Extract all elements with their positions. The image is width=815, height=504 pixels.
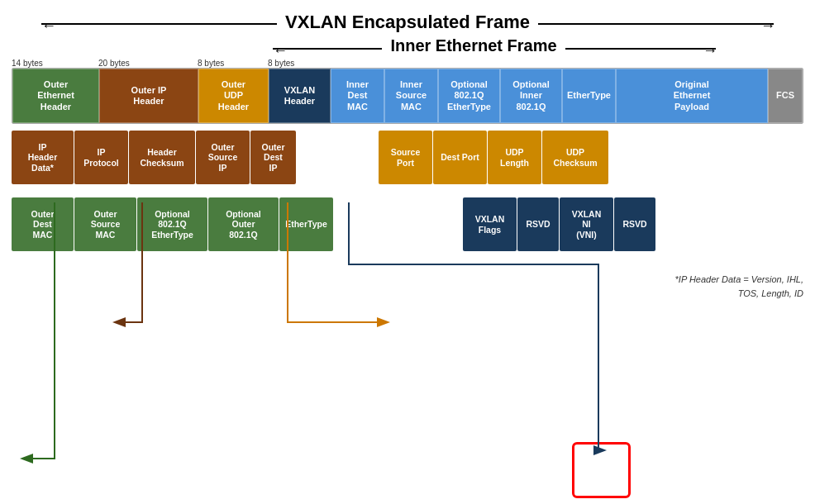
- cell-vxlan-flags: VXLANFlags: [463, 197, 517, 251]
- cell-outer-dest-mac: OuterDestMAC: [12, 197, 74, 251]
- title-inner: Inner Ethernet Frame: [382, 36, 565, 55]
- cell-ethertype-outer: EtherType: [279, 197, 333, 251]
- cell-outer-source-ip: OuterSourceIP: [196, 131, 250, 184]
- byte-label-8b: 8 bytes: [268, 59, 330, 68]
- cell-vxlan-ni-vni: VXLANNI(VNI): [560, 197, 613, 251]
- byte-label-14: 14 bytes: [12, 59, 98, 68]
- cell-ip-header-data: IPHeaderData*: [12, 131, 74, 184]
- cell-dest-port: Dest Port: [433, 131, 487, 184]
- cell-rsvd-1: RSVD: [517, 197, 559, 251]
- cell-inner-dest-mac: InnerDestMAC: [331, 69, 384, 123]
- cell-optional-8021q-ethertype: Optional802.1QEtherType: [438, 69, 500, 123]
- cell-outer-ip: Outer IPHeader: [99, 69, 198, 123]
- vni-highlight-circle: [572, 442, 631, 498]
- byte-label-8a: 8 bytes: [198, 59, 268, 68]
- cell-outer-udp: OuterUDPHeader: [198, 69, 269, 123]
- cell-outer-source-mac: OuterSourceMAC: [74, 197, 136, 251]
- byte-label-20: 20 bytes: [98, 59, 198, 68]
- cell-header-checksum: HeaderChecksum: [129, 131, 195, 184]
- ip-header-note: *IP Header Data = Version, IHL,TOS, Leng…: [675, 273, 803, 300]
- cell-fcs: FCS: [768, 69, 803, 123]
- cell-optional-8021q-et-outer: Optional802.1QEtherType: [137, 197, 207, 251]
- cell-inner-source-mac: InnerSourceMAC: [384, 69, 438, 123]
- title-vxlan: VXLAN Encapsulated Frame: [277, 12, 538, 33]
- cell-udp-length: UDPLength: [488, 131, 541, 184]
- cell-outer-dest-ip: OuterDestIP: [250, 131, 296, 184]
- cell-optional-outer-8021q: OptionalOuter802.1Q: [208, 197, 279, 251]
- cell-udp-checksum: UDPChecksum: [542, 131, 608, 184]
- cell-original-payload: OriginalEthernetPayload: [616, 69, 768, 123]
- cell-source-port: SourcePort: [379, 131, 432, 184]
- cell-rsvd-2: RSVD: [614, 197, 655, 251]
- cell-optional-inner-8021q: OptionalInner802.1Q: [500, 69, 562, 123]
- cell-outer-ethernet: OuterEthernetHeader: [12, 69, 99, 123]
- cell-ethertype: EtherType: [562, 69, 616, 123]
- cell-ip-protocol: IPProtocol: [74, 131, 128, 184]
- cell-vxlan-header: VXLANHeader: [269, 69, 331, 123]
